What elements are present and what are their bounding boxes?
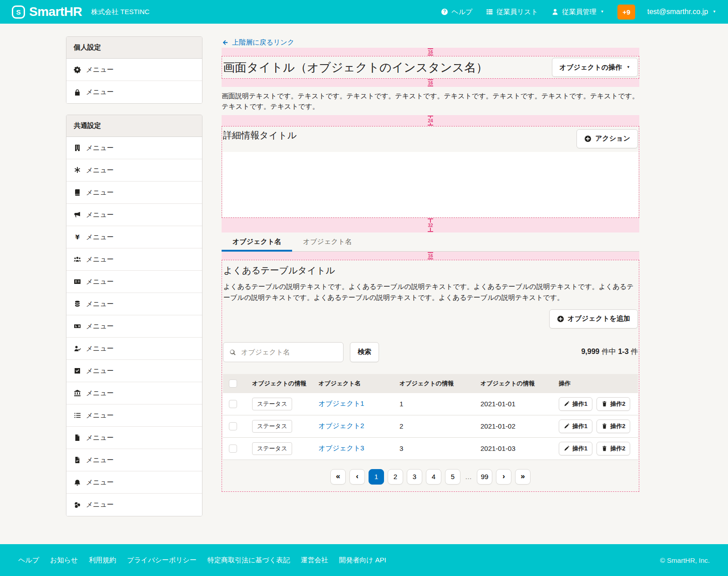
first-page-button[interactable]: « bbox=[330, 469, 346, 485]
sidebar-item-menu[interactable]: メニュー bbox=[66, 248, 202, 271]
search-button[interactable]: 検索 bbox=[350, 342, 379, 362]
footer-link-api[interactable]: 開発者向け API bbox=[339, 556, 386, 565]
sidebar-item-menu[interactable]: メニュー bbox=[66, 315, 202, 338]
user-check-icon bbox=[74, 345, 81, 352]
delete-button[interactable]: 操作2 bbox=[597, 397, 630, 411]
action-button[interactable]: アクション bbox=[576, 129, 638, 148]
sidebar-item-menu[interactable]: メニュー bbox=[66, 404, 202, 427]
back-link[interactable]: 上階層に戻るリンク bbox=[222, 38, 294, 47]
row-actions: 操作1 操作2 bbox=[555, 419, 638, 433]
edit-button[interactable]: 操作1 bbox=[559, 419, 592, 433]
sidebar-item-menu[interactable]: メニュー bbox=[66, 159, 202, 182]
last-page-button[interactable]: » bbox=[515, 469, 531, 485]
id-card-icon bbox=[74, 278, 81, 285]
copyright: © SmartHR, Inc. bbox=[660, 556, 710, 564]
result-total: 9,999 bbox=[581, 348, 599, 355]
footer-link-privacy[interactable]: プライバシーポリシー bbox=[127, 556, 197, 565]
pencil-icon bbox=[564, 445, 570, 451]
page-title-row: 画面タイトル（オブジェクトのインスタンス名） オブジェクトの操作 ▼ bbox=[222, 56, 639, 79]
select-all-checkbox[interactable] bbox=[229, 379, 237, 388]
svg-text:¥: ¥ bbox=[75, 233, 80, 241]
sidebar-item-menu[interactable]: メニュー bbox=[66, 271, 202, 293]
spacing-value: 24 bbox=[426, 118, 434, 123]
page-button-2[interactable]: 2 bbox=[388, 469, 403, 485]
page-button-99[interactable]: 99 bbox=[477, 469, 492, 485]
sidebar-item-menu[interactable]: メニュー bbox=[66, 427, 202, 449]
tab-object-1[interactable]: オブジェクト名 bbox=[222, 232, 292, 251]
page-button-4[interactable]: 4 bbox=[426, 469, 441, 485]
smarthr-logo[interactable]: S SmartHR bbox=[12, 5, 82, 19]
caret-down-icon: ▼ bbox=[627, 66, 630, 69]
sidebar-item-menu[interactable]: メニュー bbox=[66, 137, 202, 159]
sidebar-item-menu[interactable]: メニュー bbox=[66, 382, 202, 404]
sidebar-item-menu[interactable]: メニュー bbox=[66, 338, 202, 360]
sidebar-item-menu[interactable]: メニュー bbox=[66, 471, 202, 494]
sidebar-item-menu[interactable]: メニュー bbox=[66, 494, 202, 516]
tab-object-2[interactable]: オブジェクト名 bbox=[292, 232, 363, 251]
sidebar-item-menu[interactable]: メニュー bbox=[66, 293, 202, 315]
object-link[interactable]: オブジェクト2 bbox=[318, 422, 364, 429]
account-dropdown[interactable]: test@smarthr.co.jp ▼ bbox=[647, 8, 716, 16]
caret-down-icon: ▼ bbox=[713, 10, 716, 14]
sidebar-group-personal: 個人設定 メニュー メニュー bbox=[66, 36, 202, 104]
brand-name: SmartHR bbox=[29, 5, 82, 18]
row-checkbox[interactable] bbox=[229, 445, 237, 453]
sidebar-item-menu[interactable]: メニュー bbox=[66, 360, 202, 382]
search-icon bbox=[229, 349, 236, 356]
sidebar-item-menu[interactable]: メニュー bbox=[66, 204, 202, 226]
help-nav-item[interactable]: ? ヘルプ bbox=[441, 8, 472, 16]
result-count: 9,999 件中 1-3 件 bbox=[581, 347, 638, 357]
sidebar-section-title: 共通設定 bbox=[66, 115, 202, 137]
trash-icon bbox=[602, 423, 607, 429]
edit-button-label: 操作1 bbox=[572, 422, 587, 430]
delete-button[interactable]: 操作2 bbox=[597, 419, 630, 433]
delete-button[interactable]: 操作2 bbox=[597, 442, 630, 455]
page-button-1[interactable]: 1 bbox=[369, 469, 384, 485]
object-info-date: 2021-01-02 bbox=[477, 422, 555, 430]
page-button-3[interactable]: 3 bbox=[407, 469, 422, 485]
footer-link-commerce[interactable]: 特定商取引法に基づく表記 bbox=[207, 556, 290, 565]
row-actions: 操作1 操作2 bbox=[555, 397, 638, 411]
sidebar-item-menu[interactable]: メニュー bbox=[66, 449, 202, 471]
table-row: ステータス オブジェクト1 1 2021-01-01 操作1 操作2 bbox=[223, 393, 638, 415]
search-row: 検索 9,999 件中 1-3 件 bbox=[223, 342, 638, 362]
object-link[interactable]: オブジェクト3 bbox=[318, 444, 364, 452]
delete-button-label: 操作2 bbox=[610, 400, 625, 408]
footer-link-company[interactable]: 運営会社 bbox=[301, 556, 328, 565]
sidebar-item-label: メニュー bbox=[86, 411, 114, 420]
employee-list-nav-item[interactable]: 従業員リスト bbox=[486, 8, 538, 16]
next-page-button[interactable]: › bbox=[496, 469, 511, 485]
object-link[interactable]: オブジェクト1 bbox=[318, 399, 364, 407]
sidebar-item-menu[interactable]: メニュー bbox=[66, 59, 202, 81]
arrow-left-icon bbox=[222, 39, 228, 46]
edit-button[interactable]: 操作1 bbox=[559, 397, 592, 411]
spacing-guide: 32 bbox=[222, 218, 639, 232]
footer-link-help[interactable]: ヘルプ bbox=[18, 556, 39, 565]
sidebar-item-menu[interactable]: メニュー bbox=[66, 81, 202, 103]
sidebar-item-label: メニュー bbox=[86, 500, 114, 509]
pencil-icon bbox=[564, 423, 570, 429]
footer-link-terms[interactable]: 利用規約 bbox=[89, 556, 116, 565]
delete-button-label: 操作2 bbox=[610, 445, 625, 453]
sidebar: 個人設定 メニュー メニュー 共通設定 メニュー メニュー メニュー bbox=[66, 36, 202, 527]
object-actions-dropdown[interactable]: オブジェクトの操作 ▼ bbox=[552, 58, 638, 77]
spacing-guide: 16 bbox=[222, 79, 639, 87]
edit-button[interactable]: 操作1 bbox=[559, 442, 592, 455]
edit-button-label: 操作1 bbox=[572, 445, 587, 453]
spacing-guide: 24 bbox=[222, 115, 639, 126]
sidebar-item-label: メニュー bbox=[86, 66, 114, 74]
search-input[interactable] bbox=[240, 348, 338, 356]
row-checkbox[interactable] bbox=[229, 422, 237, 430]
sidebar-item-menu[interactable]: ¥ メニュー bbox=[66, 226, 202, 248]
prev-page-button[interactable]: ‹ bbox=[349, 469, 365, 485]
sidebar-item-menu[interactable]: メニュー bbox=[66, 182, 202, 204]
add-object-button[interactable]: オブジェクトを追加 bbox=[549, 309, 638, 328]
row-checkbox[interactable] bbox=[229, 400, 237, 408]
footer-link-news[interactable]: お知らせ bbox=[50, 556, 78, 565]
bank-icon bbox=[74, 389, 81, 397]
page-button-5[interactable]: 5 bbox=[445, 469, 460, 485]
caret-down-icon: ▼ bbox=[600, 10, 604, 14]
notification-badge[interactable]: +9 bbox=[617, 5, 635, 20]
object-table: オブジェクトの情報 オブジェクト名 オブジェクトの情報 オブジェクトの情報 操作… bbox=[223, 374, 638, 460]
employee-admin-dropdown[interactable]: 従業員管理 ▼ bbox=[551, 8, 604, 16]
